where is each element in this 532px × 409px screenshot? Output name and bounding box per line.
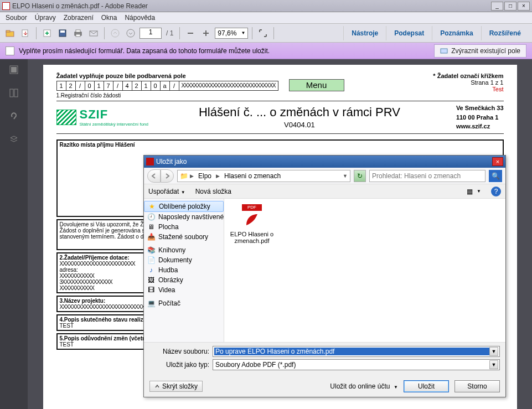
minimize-button[interactable]: _	[491, 2, 503, 11]
dialog-nav-bar: 📁 ▶ Elpo ▶ Hlaseni o zmenach ▼ ↻ Prohled…	[144, 168, 505, 184]
menu-bar: Soubor Úpravy Zobrazení Okna Nápověda	[0, 12, 532, 23]
file-list-pane[interactable]: PDF ELPO Hlaseni o zmenach.pdf	[224, 199, 505, 342]
note-cross: * Žadatel označí křížkem	[433, 73, 503, 79]
nav-back-button[interactable]	[147, 169, 161, 183]
form-message-bar: Vyplňte prosím následující formulář. Dat…	[0, 43, 532, 59]
form-message-text: Vyplňte prosím následující formulář. Dat…	[19, 47, 270, 55]
registration-cells: 1 2 / 0 1 7 / 4 2 1 0 a /	[56, 81, 278, 91]
sidebar-music[interactable]: ♪Hudba	[144, 265, 224, 275]
document-title: Hlášení č. ... o změnách v rámci PRV	[148, 105, 451, 120]
file-name-label: ELPO Hlaseni o zmenach.pdf	[230, 231, 274, 244]
breadcrumb-path[interactable]: 📁 ▶ Elpo ▶ Hlaseni o zmenach ▼	[177, 170, 350, 182]
svg-point-10	[111, 29, 119, 37]
svg-point-11	[127, 29, 135, 37]
open-icon[interactable]	[3, 27, 17, 40]
szif-subtitle: Státní zemědělský intervenční fond	[80, 122, 149, 127]
svg-rect-7	[76, 30, 80, 32]
menu-zobrazeni[interactable]: Zobrazení	[64, 14, 94, 22]
save-icon[interactable]	[56, 27, 69, 40]
folder-icon: 📁	[180, 172, 188, 180]
breadcrumb-hlaseni[interactable]: Hlaseni o zmenach	[222, 172, 283, 180]
svg-rect-12	[188, 33, 193, 34]
search-go-button[interactable]: 🔍	[489, 170, 502, 182]
test-label: Test	[433, 86, 503, 92]
menu-okna[interactable]: Okna	[101, 14, 117, 22]
filetype-label: Uložit jako typ:	[149, 361, 209, 369]
reg-number-label: 1.Registrační číslo žádosti	[56, 92, 344, 99]
breadcrumb-elpo[interactable]: Elpo	[196, 172, 214, 180]
page-total: / 1	[166, 29, 173, 37]
close-button[interactable]: ×	[518, 2, 530, 11]
print-icon[interactable]	[71, 27, 85, 40]
zoom-in-icon[interactable]	[199, 27, 213, 40]
pdf-icon	[146, 158, 154, 165]
svg-rect-8	[76, 34, 80, 37]
save-online-button[interactable]: Uložit do online účtu ▼	[330, 382, 398, 390]
tab-podepsat[interactable]: Podepsat	[386, 26, 432, 40]
export-pdf-icon[interactable]	[19, 27, 32, 40]
svg-rect-17	[11, 67, 17, 73]
szif-text: SZIF	[80, 107, 149, 122]
dialog-close-button[interactable]: ×	[492, 157, 503, 166]
chevron-down-icon[interactable]: ▼	[489, 347, 498, 356]
attachments-icon[interactable]	[8, 110, 20, 122]
page-indicator: Strana 1 z 1	[433, 79, 503, 86]
refresh-button[interactable]: ↻	[354, 170, 366, 182]
cancel-button[interactable]: Storno	[454, 380, 500, 392]
sidebar-videos[interactable]: 🎞Videa	[144, 285, 224, 295]
pdf-icon	[2, 2, 10, 10]
menu-upravy[interactable]: Úpravy	[35, 14, 56, 22]
sidebar-recent[interactable]: 🕘Naposledy navštívené	[144, 212, 224, 222]
thumbnails-icon[interactable]	[8, 64, 20, 76]
save-button[interactable]: Uložit	[404, 380, 449, 392]
tab-rozsirene[interactable]: Rozšířené	[481, 26, 529, 40]
new-folder-button[interactable]: Nová složka	[195, 188, 231, 195]
nav-forward-button[interactable]	[161, 169, 174, 183]
page-number-input[interactable]: 1	[140, 28, 162, 39]
highlight-fields-button[interactable]: Zvýraznit existující pole	[434, 44, 526, 58]
tab-nastroje[interactable]: Nástroje	[343, 26, 386, 40]
search-input[interactable]: Prohledat: Hlaseni o zmenach	[369, 170, 485, 182]
note-fill-white: Žadatel vyplňuje pouze bíle podbarvená p…	[56, 73, 186, 79]
create-pdf-icon[interactable]	[40, 27, 54, 40]
menu-soubor[interactable]: Soubor	[6, 14, 27, 22]
maximize-button[interactable]: □	[504, 2, 516, 11]
page-down-icon[interactable]	[124, 27, 137, 40]
filename-input[interactable]: Po uprave ELPO Hlaseni o změnách.pdf ▼	[213, 346, 500, 357]
computer-header[interactable]: 💻Počítač	[144, 298, 224, 308]
favorites-header[interactable]: ★Oblíbené položky	[144, 201, 224, 212]
chevron-down-icon[interactable]: ▼	[489, 360, 498, 369]
form-icon	[6, 46, 14, 55]
filename-label: Název souboru:	[149, 348, 209, 355]
sidebar-pictures[interactable]: 🖼Obrázky	[144, 275, 224, 285]
libraries-header[interactable]: 📚Knihovny	[144, 245, 224, 255]
bookmarks-icon[interactable]	[8, 87, 20, 99]
dialog-titlebar: Uložit jako ×	[144, 156, 505, 168]
fit-icon[interactable]	[256, 27, 270, 40]
email-icon[interactable]	[87, 27, 100, 40]
page-up-icon[interactable]	[109, 27, 122, 40]
form-menu-button[interactable]: Menu	[289, 79, 344, 91]
menu-napoveda[interactable]: Nápověda	[125, 14, 155, 22]
zoom-out-icon[interactable]	[184, 27, 197, 40]
dialog-form: Název souboru: Po uprave ELPO Hlaseni o …	[144, 342, 505, 376]
hide-folders-button[interactable]: Skrýt složky	[149, 381, 203, 392]
svg-rect-15	[441, 49, 447, 53]
window-title: ELPO Hlaseni o změnách.pdf - Adobe Reade…	[12, 2, 491, 10]
tab-poznamka[interactable]: Poznámka	[432, 26, 481, 40]
file-item-elpo-pdf[interactable]: PDF ELPO Hlaseni o zmenach.pdf	[230, 204, 274, 244]
sidebar-downloads[interactable]: 📥Stažené soubory	[144, 232, 224, 242]
filetype-select[interactable]: Soubory Adobe PDF (*.pdf) ▼	[213, 359, 500, 370]
window-titlebar: ELPO Hlaseni o změnách.pdf - Adobe Reade…	[0, 0, 532, 12]
view-mode-button[interactable]: ▦	[466, 188, 473, 195]
svg-rect-14	[205, 30, 206, 36]
organize-button[interactable]: Uspořádat ▼	[148, 188, 185, 195]
document-version: V0404.01	[148, 121, 451, 129]
save-as-dialog: Uložit jako × 📁 ▶ Elpo ▶ Hlaseni o zmena…	[143, 155, 506, 397]
zoom-level[interactable]: 97,6%▼	[215, 28, 248, 39]
sidebar-desktop[interactable]: 🖥Plocha	[144, 222, 224, 232]
help-button[interactable]: ?	[491, 187, 501, 196]
sidebar-documents[interactable]: 📄Dokumenty	[144, 255, 224, 265]
svg-rect-18	[10, 89, 13, 97]
layers-icon[interactable]	[8, 133, 20, 146]
